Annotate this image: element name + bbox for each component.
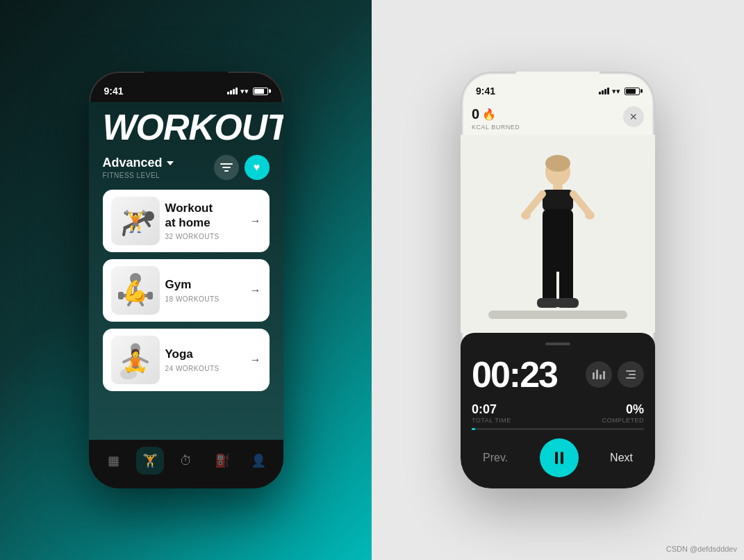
right-wifi-icon: ▾▾	[612, 87, 620, 96]
right-battery-icon	[625, 88, 640, 95]
fitness-level-left: Advanced FITNESS LEVEL	[103, 156, 174, 179]
svg-rect-9	[122, 294, 149, 297]
total-time-stat: 0:07 TOTAL TIME	[472, 402, 511, 424]
workout-name-yoga: Yoga	[165, 347, 245, 361]
kcal-value-row: 0 🔥	[472, 106, 520, 122]
right-panel: 9:41 ▾▾ 0 🔥 KCAL BURNED	[372, 0, 744, 560]
workout-image-yoga	[111, 336, 160, 384]
completed-label: COMPLETED	[602, 417, 644, 424]
svg-rect-25	[543, 190, 573, 211]
completed-value: 0%	[602, 402, 644, 417]
svg-point-28	[521, 211, 531, 220]
svg-rect-32	[559, 255, 573, 304]
slider-line-2	[626, 374, 636, 375]
progress-fill	[472, 428, 475, 430]
svg-point-19	[120, 368, 137, 379]
equalizer-button[interactable]	[586, 361, 612, 388]
heart-icon: ♥	[254, 161, 261, 174]
filter-button[interactable]	[214, 155, 239, 180]
nav-nutrition[interactable]: ⛽	[208, 447, 236, 475]
dumbbell-icon: 🏋️	[142, 453, 158, 468]
svg-line-14	[135, 294, 142, 305]
nav-profile[interactable]: 👤	[245, 447, 272, 475]
svg-line-13	[129, 294, 135, 305]
timer-row: 00:23	[472, 354, 644, 395]
right-signal-icon	[599, 88, 609, 94]
profile-icon: 👤	[251, 453, 266, 468]
battery-icon	[253, 88, 268, 95]
kcal-label: KCAL BURNED	[472, 124, 520, 131]
person-figure	[495, 151, 620, 318]
svg-line-21	[135, 365, 142, 372]
signal-icon	[227, 88, 238, 94]
slider-line-3	[626, 377, 636, 379]
left-content: WORKOUT Advanced FITNESS LEVEL	[89, 102, 283, 440]
next-button[interactable]: Next	[599, 446, 644, 470]
prev-button[interactable]: Prev.	[472, 446, 519, 470]
phone-left: 9:41 ▾▾ WORKOUT Advanced FITN	[89, 72, 283, 488]
svg-line-26	[527, 194, 543, 213]
equalizer-icon	[593, 370, 605, 379]
workout-card-home[interactable]: Workoutat home 32 WORKOUTS →	[103, 190, 270, 252]
workout-info-yoga: Yoga 24 WORKOUTS	[160, 347, 250, 372]
close-button[interactable]: ✕	[623, 106, 644, 127]
left-status-bar: 9:41 ▾▾	[89, 72, 283, 102]
fitness-level-label: FITNESS LEVEL	[103, 172, 174, 179]
svg-point-3	[144, 211, 154, 221]
svg-rect-33	[537, 298, 559, 308]
svg-line-4	[125, 219, 144, 228]
pause-icon	[555, 452, 563, 464]
svg-point-23	[545, 155, 570, 172]
wifi-icon: ▾▾	[240, 87, 249, 96]
drag-handle[interactable]	[545, 343, 570, 345]
exercise-display	[461, 135, 655, 333]
svg-line-27	[573, 194, 589, 213]
workout-arrow-gym: →	[250, 284, 261, 297]
yoga-figure	[111, 336, 160, 384]
workout-image-home	[111, 197, 160, 245]
watermark: CSDN @defdsdddev	[666, 545, 737, 553]
workout-count-home: 32 WORKOUTS	[165, 233, 245, 240]
workout-panel: 00:23	[461, 333, 655, 488]
nav-timer[interactable]: ⏱	[172, 447, 200, 475]
svg-line-17	[124, 356, 135, 362]
control-row: Prev. Next	[472, 438, 644, 488]
calendar-icon: ▦	[108, 453, 119, 468]
favorite-button[interactable]: ♥	[245, 155, 270, 180]
completed-stat: 0% COMPLETED	[602, 402, 644, 424]
workout-card-yoga[interactable]: Yoga 24 WORKOUTS →	[103, 329, 270, 391]
pause-button[interactable]	[540, 438, 579, 477]
progress-bar	[472, 428, 644, 430]
workout-card-gym[interactable]: Gym 18 WORKOUTS →	[103, 259, 270, 322]
fitness-level-value[interactable]: Advanced	[103, 156, 174, 170]
workout-title: WORKOUT	[103, 109, 270, 145]
nav-workout[interactable]: 🏋️	[136, 447, 164, 475]
kcal-info: 0 🔥 KCAL BURNED	[472, 106, 520, 131]
svg-rect-10	[118, 292, 124, 299]
pause-bar-right	[561, 452, 563, 464]
svg-line-5	[124, 228, 125, 235]
workout-list: Workoutat home 32 WORKOUTS →	[103, 190, 270, 391]
right-status-icons: ▾▾	[599, 87, 640, 96]
timer-icon: ⏱	[180, 454, 192, 468]
bottom-nav: ▦ 🏋️ ⏱ ⛽ 👤	[89, 440, 283, 488]
pause-bar-left	[555, 452, 558, 464]
fitness-level-row: Advanced FITNESS LEVEL ♥	[103, 155, 270, 180]
exercise-mat	[488, 311, 627, 319]
pushup-figure	[111, 197, 160, 245]
stats-row: 0:07 TOTAL TIME 0% COMPLETED	[472, 402, 644, 424]
timer-buttons	[586, 361, 644, 388]
top-buttons: ♥	[214, 155, 270, 180]
sliders-button[interactable]	[618, 361, 644, 388]
svg-rect-11	[147, 292, 153, 299]
svg-point-15	[131, 343, 140, 353]
chevron-down-icon	[167, 161, 174, 165]
workout-viewer: 0 🔥 KCAL BURNED ✕	[461, 102, 655, 488]
workout-arrow-yoga: →	[250, 354, 261, 366]
kcal-number: 0	[472, 106, 479, 122]
sliders-icon	[626, 370, 636, 379]
viewer-header: 0 🔥 KCAL BURNED ✕	[461, 102, 655, 135]
nav-calendar[interactable]: ▦	[100, 447, 128, 475]
workout-count-yoga: 24 WORKOUTS	[165, 365, 245, 372]
workout-count-gym: 18 WORKOUTS	[165, 295, 245, 303]
